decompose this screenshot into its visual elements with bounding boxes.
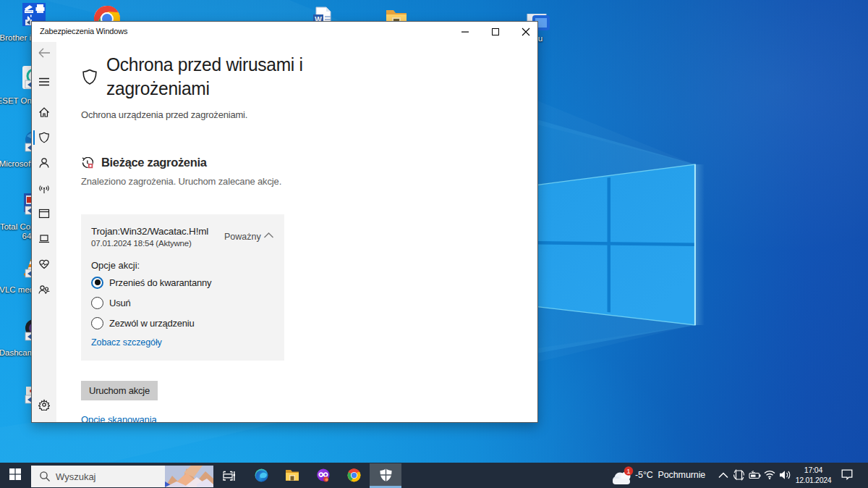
svg-text:1: 1 (626, 467, 630, 475)
